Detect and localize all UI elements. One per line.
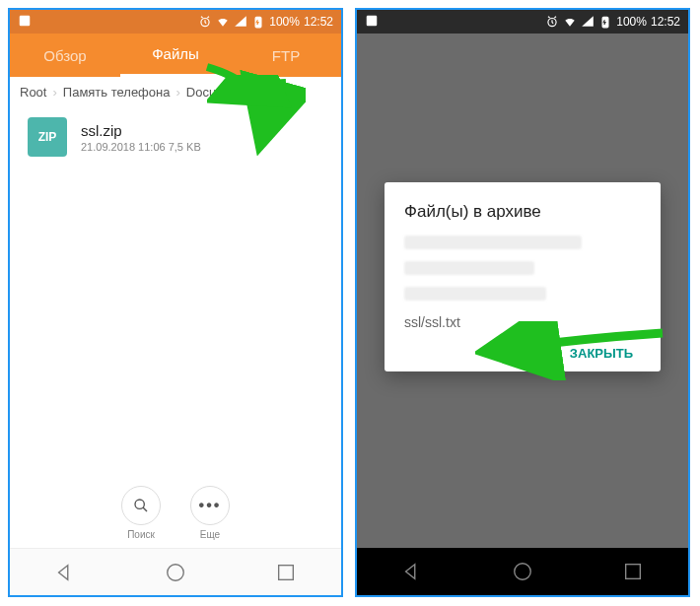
close-button[interactable]: ЗАКРЫТЬ	[562, 338, 641, 369]
tab-files[interactable]: Файлы	[120, 34, 231, 77]
crumb-phone-memory[interactable]: Память телефона	[63, 85, 171, 100]
tab-bar: Обзор Файлы FTP	[10, 34, 341, 77]
svg-rect-6	[367, 15, 378, 26]
wifi-icon	[216, 15, 230, 29]
dialog-blurred-item	[404, 287, 546, 301]
status-right: 100% 12:52	[198, 15, 333, 29]
file-info: ssl.zip 21.09.2018 11:06 7,5 KB	[81, 122, 201, 153]
notification-icon	[18, 14, 32, 28]
signal-icon	[581, 15, 595, 29]
svg-point-9	[515, 564, 531, 580]
search-label: Поиск	[127, 529, 155, 540]
breadcrumb: Root › Память телефона › Document	[10, 77, 341, 107]
status-left	[365, 14, 379, 31]
wifi-icon	[563, 15, 577, 29]
chevron-right-icon: ›	[175, 85, 179, 100]
bottom-actions: Поиск ••• Еще	[10, 486, 341, 540]
clock: 12:52	[304, 15, 333, 29]
search-icon	[121, 486, 161, 525]
zip-icon: ZIP	[28, 117, 67, 157]
status-right: 100% 12:52	[545, 15, 680, 29]
more-button[interactable]: ••• Еще	[190, 486, 230, 540]
home-icon[interactable]	[165, 562, 186, 583]
notification-icon	[365, 14, 379, 28]
battery-percent: 100%	[269, 15, 300, 29]
svg-point-4	[168, 564, 184, 580]
dialog-file-item[interactable]: ssl/ssl.txt	[404, 314, 641, 330]
phone-left: 100% 12:52 Обзор Файлы FTP Root › Память…	[8, 8, 343, 597]
svg-rect-10	[626, 565, 641, 579]
chevron-right-icon: ›	[52, 85, 56, 100]
dialog-title: Файл(ы) в архиве	[404, 202, 641, 222]
file-name: ssl.zip	[81, 122, 201, 139]
svg-rect-0	[20, 15, 31, 26]
crumb-root[interactable]: Root	[20, 85, 46, 100]
dialog-actions: ЗАКРЫТЬ	[404, 344, 641, 362]
clock: 12:52	[651, 15, 680, 29]
more-icon: •••	[190, 486, 230, 525]
tab-overview[interactable]: Обзор	[10, 35, 120, 76]
alarm-icon	[545, 15, 559, 29]
file-meta: 21.09.2018 11:06 7,5 KB	[81, 141, 201, 153]
nav-bar	[357, 548, 688, 595]
battery-percent: 100%	[616, 15, 647, 29]
status-left	[18, 14, 32, 31]
recents-icon[interactable]	[622, 561, 644, 582]
crumb-document[interactable]: Document	[186, 85, 245, 100]
phone-right: 100% 12:52 Файл(ы) в архиве ssl/ssl.txt …	[355, 8, 690, 597]
more-label: Еще	[200, 529, 220, 540]
back-icon[interactable]	[401, 561, 423, 582]
dialog-blurred-item	[404, 236, 582, 249]
search-button[interactable]: Поиск	[121, 486, 161, 540]
battery-icon	[251, 15, 265, 29]
nav-bar	[10, 548, 341, 595]
recents-icon[interactable]	[275, 562, 297, 583]
status-bar: 100% 12:52	[10, 10, 341, 34]
tab-ftp[interactable]: FTP	[231, 35, 341, 76]
alarm-icon	[198, 15, 212, 29]
back-icon[interactable]	[54, 562, 76, 583]
status-bar: 100% 12:52	[357, 10, 688, 34]
svg-rect-5	[279, 565, 294, 579]
home-icon[interactable]	[512, 561, 533, 582]
dialog-blurred-item	[404, 261, 534, 275]
battery-icon	[598, 15, 612, 29]
signal-icon	[234, 15, 247, 29]
archive-dialog: Файл(ы) в архиве ssl/ssl.txt ЗАКРЫТЬ	[385, 182, 661, 371]
svg-point-3	[135, 500, 144, 508]
file-row[interactable]: ZIP ssl.zip 21.09.2018 11:06 7,5 KB	[10, 107, 341, 167]
